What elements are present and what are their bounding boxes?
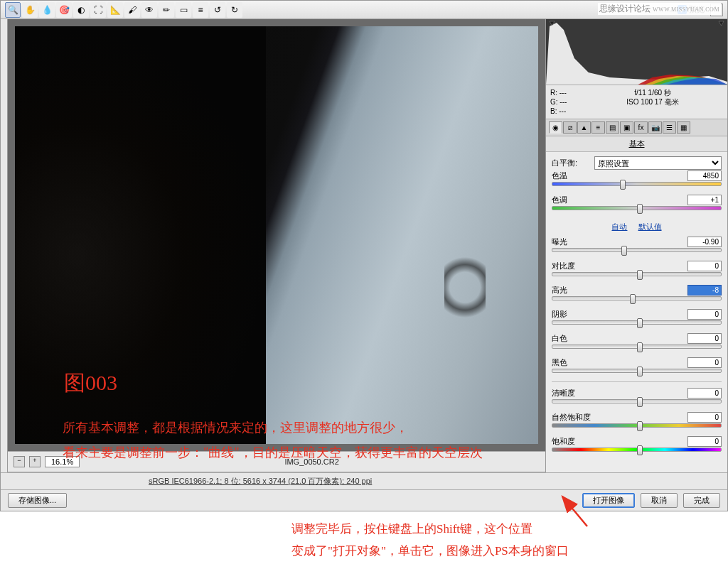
shadows-value[interactable]: 0 (687, 309, 722, 320)
tab-snapshot-icon[interactable]: ▦ (677, 121, 690, 134)
tab-lens-icon[interactable]: ▣ (620, 121, 633, 134)
annotation-text-1: 调整完毕后，按住键盘上的Shift键，这个位置 (291, 521, 532, 537)
tab-split-icon[interactable]: ▤ (606, 121, 619, 134)
zoom-tool-icon[interactable]: 🔍 (5, 2, 21, 18)
rotate-cw-icon[interactable]: ↻ (227, 2, 242, 18)
tint-slider[interactable] (552, 206, 722, 210)
crop-tool-icon[interactable]: ⛶ (90, 2, 106, 18)
white-balance-tool-icon[interactable]: 💧 (39, 2, 55, 18)
exposure-slider[interactable] (552, 248, 722, 252)
tab-detail-icon[interactable]: ▲ (577, 121, 591, 134)
panel-tabs: ◉ ⧄ ▲ ≡ ▤ ▣ fx 📷 ☰ ▦ (546, 119, 727, 136)
shadows-slider[interactable] (552, 320, 722, 325)
redeye-tool-icon[interactable]: 👁 (141, 2, 157, 18)
exposure-value[interactable]: -0.90 (687, 237, 722, 247)
footer-buttons: 存储图像... 打开图像 取消 完成 (1, 489, 727, 511)
highlights-slider[interactable] (552, 296, 722, 300)
target-adjust-tool-icon[interactable]: ◐ (73, 2, 89, 18)
hand-tool-icon[interactable]: ✋ (22, 2, 38, 18)
cancel-button[interactable]: 取消 (641, 493, 678, 508)
temp-value[interactable]: 4850 (687, 170, 722, 181)
wb-label: 白平衡: (552, 158, 592, 168)
saturation-slider[interactable] (552, 448, 722, 452)
whites-value[interactable]: 0 (687, 333, 722, 344)
tab-camera-icon[interactable]: 📷 (648, 121, 662, 134)
spot-removal-tool-icon[interactable]: 🖌 (124, 2, 140, 18)
basic-panel: 白平衡: 原照设置 色温4850 色调+1 自动 默认值 曝光-0.90 对比度… (546, 152, 727, 472)
annotation-text-2: 变成了"打开对象"，单击它，图像进入PS本身的窗口 (291, 543, 569, 559)
save-image-button[interactable]: 存储图像... (8, 493, 67, 508)
tab-hsl-icon[interactable]: ≡ (592, 121, 605, 134)
overlay-text-1: 所有基本调整，都是根据情况来定的，这里调整的地方很少， (63, 419, 408, 436)
whites-slider[interactable] (552, 345, 722, 349)
exif-info: R: --- G: --- B: --- f/11 1/60 秒 ISO 100… (546, 85, 727, 119)
saturation-value[interactable]: 0 (687, 436, 722, 447)
status-bar: sRGB IEC61966-2.1; 8 位; 5616 x 3744 (21.… (1, 472, 727, 489)
tab-presets-icon[interactable]: ☰ (663, 121, 676, 134)
adjustment-brush-tool-icon[interactable]: ✏ (159, 2, 174, 18)
clarity-value[interactable]: 0 (687, 388, 722, 398)
graduated-filter-tool-icon[interactable]: ▭ (176, 2, 191, 18)
left-strip (1, 19, 8, 472)
contrast-slider[interactable] (552, 272, 722, 276)
wb-select[interactable]: 原照设置 (594, 156, 722, 170)
contrast-value[interactable]: 0 (687, 261, 722, 271)
straighten-tool-icon[interactable]: 📐 (107, 2, 123, 18)
tab-fx-icon[interactable]: fx (634, 121, 648, 134)
temp-slider[interactable] (552, 182, 722, 186)
figure-label: 图003 (64, 369, 117, 398)
tint-value[interactable]: +1 (687, 195, 722, 205)
auto-link[interactable]: 自动 (611, 222, 627, 231)
overlay-text-2: 看来主要是调整前一步："曲线"，目的是压暗天空，获得更丰富的天空层次 (63, 444, 483, 461)
settings-pane: R: --- G: --- B: --- f/11 1/60 秒 ISO 100… (545, 19, 727, 472)
tab-basic-icon[interactable]: ◉ (549, 121, 562, 134)
zoom-out-icon[interactable]: − (14, 456, 25, 467)
highlights-value[interactable]: -8 (687, 285, 722, 295)
zoom-in-icon[interactable]: + (29, 456, 41, 467)
open-image-button[interactable]: 打开图像 (582, 493, 635, 508)
rotate-ccw-icon[interactable]: ↺ (210, 2, 225, 18)
panel-title: 基本 (546, 136, 727, 152)
histogram[interactable] (546, 19, 727, 85)
radial-filter-tool-icon[interactable]: ≡ (193, 2, 208, 18)
vibrance-slider[interactable] (552, 423, 722, 428)
default-link[interactable]: 默认值 (638, 222, 662, 231)
tab-curve-icon[interactable]: ⧄ (563, 121, 577, 134)
workflow-info[interactable]: sRGB IEC61966-2.1; 8 位; 5616 x 3744 (21.… (149, 476, 372, 487)
done-button[interactable]: 完成 (683, 493, 720, 508)
vibrance-value[interactable]: 0 (687, 412, 722, 423)
color-sampler-tool-icon[interactable]: 🎯 (56, 2, 72, 18)
blacks-slider[interactable] (552, 369, 722, 373)
watermark: 思缘设计论坛 WWW.MISSYUAN.COM (598, 3, 721, 15)
preview-pane: − + 16.1% IMG_0050.CR2 (8, 19, 545, 472)
blacks-value[interactable]: 0 (687, 357, 722, 368)
clarity-slider[interactable] (552, 399, 722, 403)
